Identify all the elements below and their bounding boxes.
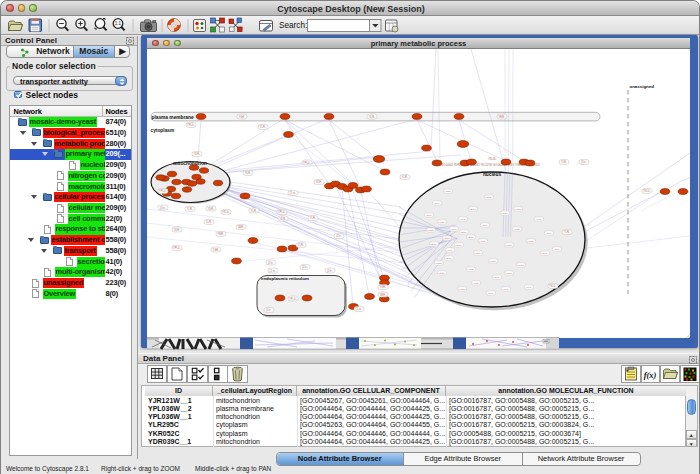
- svg-text:YPL0..: YPL0..: [493, 276, 501, 279]
- svg-text:YLR2..: YLR2..: [513, 228, 521, 231]
- svg-text:YMR3..: YMR3..: [458, 288, 466, 291]
- svg-text:YPL0..: YPL0..: [187, 123, 195, 127]
- svg-text:endoplasmic reticulum: endoplasmic reticulum: [261, 276, 309, 281]
- svg-text:YPL0..: YPL0..: [450, 228, 458, 231]
- svg-text:cytoplasm: cytoplasm: [151, 128, 175, 133]
- svg-text:YGR0..: YGR0..: [474, 252, 482, 255]
- svg-text:YMR3..: YMR3..: [505, 272, 513, 275]
- svg-text:YLR..: YLR..: [402, 175, 409, 179]
- svg-text:YMR..: YMR..: [498, 115, 505, 119]
- svg-text:YPL0..: YPL0..: [159, 189, 167, 193]
- svg-text:(3 tr..: (3 tr..: [327, 269, 333, 273]
- svg-text:YPL0..: YPL0..: [425, 214, 433, 217]
- svg-text:YLR..: YLR..: [564, 230, 571, 234]
- svg-text:YLR..: YLR..: [260, 125, 267, 129]
- svg-text:(3 tr..: (3 tr..: [268, 261, 274, 265]
- svg-text:YLR..: YLR..: [206, 220, 213, 224]
- svg-text:YLR..: YLR..: [561, 160, 568, 164]
- svg-text:YDR1..: YDR1..: [467, 236, 475, 239]
- svg-text:YDR1..: YDR1..: [438, 272, 446, 275]
- svg-text:YLR..: YLR..: [310, 216, 317, 220]
- svg-text:YKL0..: YKL0..: [643, 189, 651, 193]
- svg-text:YKL0..: YKL0..: [545, 232, 553, 235]
- svg-text:YDR..: YDR..: [194, 152, 201, 156]
- svg-text:YGR0..: YGR0..: [444, 190, 452, 193]
- svg-text:YGR0..: YGR0..: [479, 240, 487, 243]
- svg-text:YKL0..: YKL0..: [535, 218, 543, 221]
- svg-text:YKL05..: YKL05..: [488, 157, 498, 161]
- svg-text:YMR3..: YMR3..: [505, 244, 513, 247]
- svg-text:YMR3..: YMR3..: [517, 264, 525, 267]
- svg-text:YPL0..: YPL0..: [278, 210, 286, 214]
- svg-text:YKL0..: YKL0..: [553, 248, 561, 251]
- svg-text:Search:: Search:: [279, 21, 307, 30]
- svg-text:YDR..: YDR..: [316, 180, 323, 184]
- svg-text:(2 re..: (2 re..: [356, 307, 363, 311]
- svg-text:YPL0..: YPL0..: [481, 224, 489, 227]
- svg-text:YGR..: YGR..: [379, 285, 386, 289]
- svg-text:YDR1..: YDR1..: [445, 257, 453, 260]
- svg-text:YMR3..: YMR3..: [489, 260, 497, 263]
- svg-text:(3 tr..: (3 tr..: [581, 160, 587, 164]
- svg-text:(3 tr..: (3 tr..: [302, 265, 308, 269]
- svg-text:YMR..: YMR..: [237, 225, 244, 229]
- svg-text:YDR1..: YDR1..: [455, 244, 463, 247]
- svg-text:YPL0..: YPL0..: [289, 297, 297, 301]
- svg-text:YDR..: YDR..: [208, 207, 215, 211]
- svg-text:YLR2..: YLR2..: [467, 268, 475, 271]
- svg-text:YPL0..: YPL0..: [459, 218, 467, 221]
- svg-text:YPL0..: YPL0..: [303, 161, 311, 165]
- svg-text:f(x): f(x): [644, 370, 657, 380]
- svg-text:YDR..: YDR..: [280, 217, 287, 221]
- svg-text:(3 tr..: (3 tr..: [160, 206, 166, 210]
- svg-text:YKL0..: YKL0..: [525, 286, 533, 289]
- svg-text:YMR..: YMR..: [217, 232, 224, 236]
- svg-text:mitochondrion: mitochondrion: [173, 161, 207, 166]
- svg-text:YDR1..: YDR1..: [460, 231, 468, 234]
- svg-text:YLR2..: YLR2..: [472, 282, 480, 285]
- svg-text:YPL0..: YPL0..: [446, 249, 454, 252]
- svg-text:YPL0..: YPL0..: [173, 246, 181, 250]
- svg-text:YMR3..: YMR3..: [527, 240, 535, 243]
- svg-text:YDR..: YDR..: [174, 228, 181, 232]
- svg-text:(2 re..: (2 re..: [290, 191, 297, 195]
- svg-text:YMR3..: YMR3..: [427, 229, 435, 232]
- svg-text:YMR3..: YMR3..: [435, 262, 443, 265]
- svg-text:YLR..: YLR..: [251, 209, 258, 213]
- svg-text:unassigned: unassigned: [630, 84, 655, 89]
- svg-text:YDR..: YDR..: [245, 171, 252, 175]
- svg-text:YKL0..: YKL0..: [549, 284, 557, 288]
- svg-text:(2 re..: (2 re..: [270, 269, 277, 273]
- svg-text:YMR..: YMR..: [379, 293, 386, 297]
- svg-text:YPL0..: YPL0..: [541, 252, 549, 255]
- svg-text:(3 tr..: (3 tr..: [336, 234, 342, 238]
- svg-text:YGR0..: YGR0..: [501, 212, 509, 215]
- svg-text:YKL0..: YKL0..: [222, 210, 230, 214]
- svg-text:YLR2..: YLR2..: [485, 196, 493, 199]
- svg-text:plasma membrane: plasma membrane: [152, 115, 194, 120]
- svg-text:YGR..: YGR..: [238, 115, 245, 119]
- svg-text:(3 tr..: (3 tr..: [266, 308, 272, 312]
- svg-text:YMR3..: YMR3..: [514, 208, 522, 211]
- svg-text:YGR0..: YGR0..: [443, 237, 451, 240]
- svg-text:YPL0..: YPL0..: [433, 202, 441, 205]
- svg-text:YGR..: YGR..: [212, 248, 219, 252]
- svg-text:YPL0..: YPL0..: [487, 292, 495, 295]
- svg-text:YDR1..: YDR1..: [430, 243, 438, 246]
- svg-text:YLR..: YLR..: [187, 207, 194, 211]
- svg-text:1:1: 1:1: [115, 21, 122, 26]
- svg-text:YDR1..: YDR1..: [469, 208, 477, 211]
- svg-text:YLR..: YLR..: [298, 243, 305, 247]
- svg-text:YGR0..: YGR0..: [438, 221, 446, 224]
- svg-text:YDR..: YDR..: [369, 115, 376, 119]
- svg-text:YPL0..: YPL0..: [502, 288, 510, 291]
- svg-text:nucleus: nucleus: [483, 172, 501, 177]
